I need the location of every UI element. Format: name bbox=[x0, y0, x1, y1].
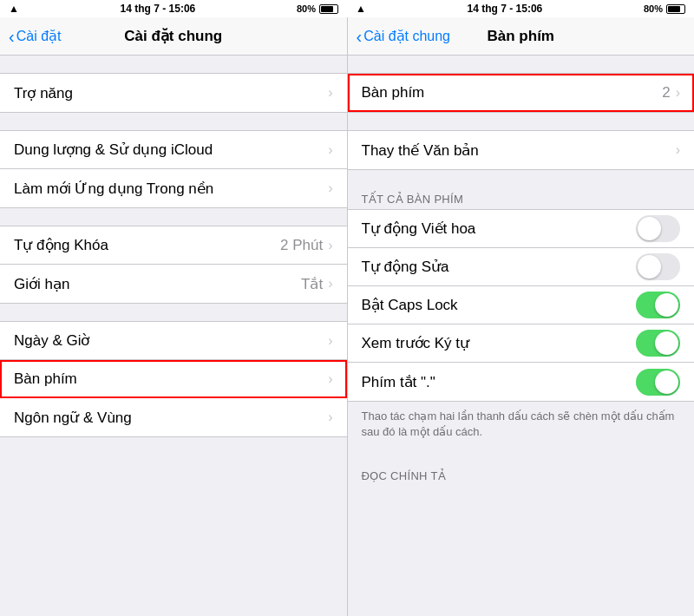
chevron-gioi-han: › bbox=[328, 276, 332, 292]
list-item-tu-dong-khoa[interactable]: Tự động Khóa 2 Phút › bbox=[0, 226, 347, 265]
toggle-knob-bat-caps-lock bbox=[655, 293, 678, 317]
right-back-button[interactable]: ‹ Cài đặt chung bbox=[357, 28, 451, 45]
right-settings-content: Bàn phím 2 › Thay thế Văn bản › TẤT CẢ B bbox=[348, 56, 695, 616]
list-item-ban-phim[interactable]: Bàn phím › bbox=[0, 360, 347, 398]
chevron-ngay-gio: › bbox=[328, 333, 332, 349]
list-item-tro-nang[interactable]: Trợ năng › bbox=[0, 74, 347, 112]
toggle-knob-xem-truoc bbox=[655, 331, 678, 355]
chevron-tu-dong-khoa: › bbox=[328, 238, 332, 253]
left-page-title: Cài đặt chung bbox=[124, 27, 222, 45]
battery-icon-left bbox=[319, 4, 338, 14]
item-label-ngay-gio: Ngày & Giờ bbox=[14, 331, 328, 350]
group-text-replacement: Thay thế Văn bản › bbox=[348, 130, 695, 170]
list-item-ngay-gio[interactable]: Ngày & Giờ › bbox=[0, 322, 347, 360]
list-item-thay-the[interactable]: Thay thế Văn bản › bbox=[348, 131, 695, 169]
list-item-lam-moi[interactable]: Làm mới Ứng dụng Trong nền › bbox=[0, 169, 347, 207]
right-nav-bar: ‹ Cài đặt chung Bàn phím bbox=[348, 17, 695, 56]
battery-icon-right bbox=[666, 4, 685, 14]
list-item-dung-luong[interactable]: Dung lượng & Sử dụng iCloud › bbox=[0, 131, 347, 169]
toggle-bat-caps-lock[interactable] bbox=[636, 292, 680, 318]
list-item-tu-dong-sua[interactable]: Tự động Sửa bbox=[348, 248, 695, 286]
chevron-ban-phim-right: › bbox=[676, 85, 680, 101]
signal-icon-right: ▲ bbox=[356, 3, 366, 15]
item-label-tu-dong-khoa: Tự động Khóa bbox=[14, 236, 280, 254]
group-tro-nang: Trợ năng › bbox=[0, 73, 347, 113]
chevron-ngon-ngu: › bbox=[328, 410, 332, 425]
battery-pct-right: 80% bbox=[644, 3, 663, 14]
section-header-doc-chinh-ta: ĐỌC CHÍNH TẢ bbox=[348, 464, 695, 486]
item-label-tro-nang: Trợ năng bbox=[14, 84, 328, 102]
item-label-thay-the: Thay thế Văn bản bbox=[362, 141, 676, 160]
list-item-ngon-ngu[interactable]: Ngôn ngữ & Vùng › bbox=[0, 398, 347, 436]
group-all-keyboards: TẤT CẢ BÀN PHÍM Tự động Viết hoa Tự động… bbox=[348, 187, 695, 447]
right-back-label: Cài đặt chung bbox=[363, 28, 450, 44]
toggle-phim-tat[interactable] bbox=[636, 369, 680, 396]
left-panel: ‹ Cài đặt Cài đặt chung Trợ năng › Du bbox=[0, 17, 347, 616]
item-label-tu-dong-viet-hoa: Tự động Viết hoa bbox=[362, 220, 637, 238]
left-time: 14 thg 7 - 15:06 bbox=[121, 3, 196, 15]
group-khoa: Tự động Khóa 2 Phút › Giới hạn Tắt › bbox=[0, 226, 347, 304]
left-nav-bar: ‹ Cài đặt Cài đặt chung bbox=[0, 17, 347, 56]
item-label-tu-dong-sua: Tự động Sửa bbox=[362, 258, 637, 276]
item-label-gioi-han: Giới hạn bbox=[14, 275, 301, 293]
item-label-ngon-ngu: Ngôn ngữ & Vùng bbox=[14, 409, 328, 427]
right-status-bar: ▲ 14 thg 7 - 15:06 80% bbox=[347, 0, 694, 17]
left-back-button[interactable]: ‹ Cài đặt bbox=[9, 28, 61, 45]
item-value-gioi-han: Tắt bbox=[301, 275, 323, 293]
signal-icon: ▲ bbox=[9, 3, 19, 15]
section-header-all-keyboards: TẤT CẢ BÀN PHÍM bbox=[348, 187, 695, 209]
list-item-xem-truoc[interactable]: Xem trước Ký tự bbox=[348, 324, 695, 363]
right-time: 14 thg 7 - 15:06 bbox=[468, 3, 543, 15]
item-label-phim-tat: Phím tắt "." bbox=[362, 373, 637, 391]
chevron-tro-nang: › bbox=[328, 85, 332, 101]
right-back-chevron: ‹ bbox=[357, 28, 363, 45]
chevron-ban-phim: › bbox=[328, 371, 332, 387]
item-label-xem-truoc: Xem trước Ký tự bbox=[362, 334, 637, 352]
group-cloud: Dung lượng & Sử dụng iCloud › Làm mới Ứn… bbox=[0, 130, 347, 208]
group-doc-chinh-ta: ĐỌC CHÍNH TẢ bbox=[348, 464, 695, 486]
item-label-bat-caps-lock: Bật Caps Lock bbox=[362, 296, 637, 314]
group-ban-phim-top: Bàn phím 2 › bbox=[348, 73, 695, 113]
item-label-dung-luong: Dung lượng & Sử dụng iCloud bbox=[14, 141, 328, 159]
toggle-knob-phim-tat bbox=[655, 370, 678, 394]
right-page-title: Bàn phím bbox=[488, 28, 554, 45]
item-label-ban-phim: Bàn phím bbox=[14, 370, 328, 388]
toggle-knob-tu-dong-sua bbox=[638, 255, 661, 279]
battery-pct-left: 80% bbox=[297, 3, 316, 14]
list-item-ban-phim-right[interactable]: Bàn phím 2 › bbox=[348, 74, 695, 112]
item-value-ban-phim-right: 2 bbox=[662, 84, 670, 102]
list-item-bat-caps-lock[interactable]: Bật Caps Lock bbox=[348, 286, 695, 324]
left-back-label: Cài đặt bbox=[16, 28, 62, 44]
toggle-knob-tu-dong-viet-hoa bbox=[638, 217, 661, 240]
item-value-tu-dong-khoa: 2 Phút bbox=[280, 237, 323, 254]
chevron-dung-luong: › bbox=[328, 142, 332, 158]
toggle-tu-dong-sua[interactable] bbox=[636, 253, 680, 280]
chevron-lam-moi: › bbox=[328, 180, 332, 196]
right-panel: ‹ Cài đặt chung Bàn phím Bàn phím 2 › bbox=[347, 17, 695, 616]
list-item-phim-tat[interactable]: Phím tắt "." bbox=[348, 363, 695, 401]
left-status-bar: ▲ 14 thg 7 - 15:06 80% bbox=[0, 0, 347, 17]
item-label-ban-phim-right: Bàn phím bbox=[362, 84, 663, 102]
toggle-xem-truoc[interactable] bbox=[636, 330, 680, 357]
item-label-lam-moi: Làm mới Ứng dụng Trong nền bbox=[14, 180, 328, 198]
group-time-keyboard: Ngày & Giờ › Bàn phím › Ngôn ngữ & Vùng … bbox=[0, 321, 347, 437]
list-item-gioi-han[interactable]: Giới hạn Tắt › bbox=[0, 265, 347, 303]
toggle-tu-dong-viet-hoa[interactable] bbox=[636, 215, 680, 242]
list-item-tu-dong-viet-hoa[interactable]: Tự động Viết hoa bbox=[348, 210, 695, 248]
left-settings-content: Trợ năng › Dung lượng & Sử dụng iCloud ›… bbox=[0, 56, 347, 616]
chevron-thay-the: › bbox=[676, 142, 680, 158]
left-back-chevron: ‹ bbox=[9, 28, 15, 45]
section-footer-keyboards: Thao tác chạm hai lần thanh dấu cách sẽ … bbox=[348, 402, 695, 447]
